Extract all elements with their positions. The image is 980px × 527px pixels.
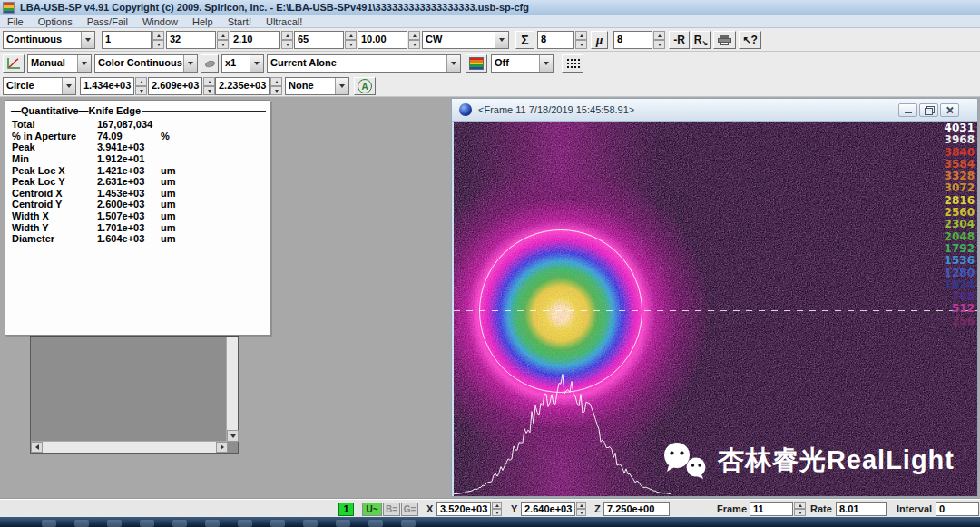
spin-down-icon[interactable] [576,509,586,516]
taskbar-app-icon[interactable] [140,520,154,527]
taskbar-app-icon[interactable] [172,520,187,527]
chevron-down-icon[interactable] [495,32,508,48]
taskbar-app-icon[interactable] [107,520,122,527]
taskbar-app-icon[interactable] [42,520,56,527]
scroll-left-icon[interactable] [31,442,43,453]
auto-aperture-button[interactable]: A [354,77,376,95]
scroll-down-icon[interactable] [227,430,239,442]
spin-up-icon[interactable] [270,77,282,86]
aperture-y-spinner[interactable]: 2.609e+03 [148,77,215,95]
exposure-spinner[interactable]: 10.00 [358,31,420,49]
taskbar-app-icon[interactable] [205,520,220,527]
trigger-mode-select[interactable]: CW [422,31,509,49]
scroll-right-icon[interactable] [216,442,228,453]
spin-down-icon[interactable] [492,509,502,516]
pan-button[interactable] [201,54,219,73]
cursor-mode-select[interactable]: Manual [27,54,92,73]
averages-spinner[interactable]: 1 [102,31,164,49]
chevron-down-icon[interactable] [250,55,263,72]
spin-up-icon[interactable] [653,31,665,40]
menu-item-passfail[interactable]: Pass/Fail [80,16,135,27]
chevron-down-icon[interactable] [335,78,348,94]
reference-subtract-button[interactable]: -R [669,31,690,49]
baseline-status-button[interactable]: B= [383,503,400,516]
menu-item-window[interactable]: Window [135,16,185,27]
spin-down-icon[interactable] [408,40,420,49]
spin-up-icon[interactable] [345,31,357,40]
spin-up-icon[interactable] [152,31,164,40]
taskbar-app-icon[interactable] [74,520,89,527]
taskbar-app-icon[interactable] [303,520,318,527]
menu-item-ultracal[interactable]: Ultracal! [259,16,309,27]
spin-down-icon[interactable] [653,40,665,49]
interval-field[interactable]: 0 [936,502,979,516]
beam-display[interactable]: 4031396838403584332830722816256023042048… [454,122,977,496]
palette-select[interactable]: Color Continuous [94,54,198,73]
spin-down-icon[interactable] [345,40,357,49]
spin-down-icon[interactable] [270,86,282,95]
title-bar[interactable]: LBA-USB-SP v4.91 Copyright (c) 2009. Spi… [0,0,980,15]
menu-item-help[interactable]: Help [185,16,220,27]
minimize-button[interactable] [898,103,917,117]
drawn-aperture-select[interactable]: None [285,77,349,95]
print-button[interactable] [713,31,736,49]
chevron-down-icon[interactable] [183,55,197,72]
chevron-down-icon[interactable] [81,32,94,48]
matrix-button[interactable] [562,54,583,73]
cursor-y-spinner[interactable]: 2.640e+03 [521,502,586,516]
spin-down-icon[interactable] [152,40,164,49]
aperture-circle[interactable] [479,229,642,393]
aperture-diameter-spinner[interactable]: 2.235e+03 [215,77,282,95]
chevron-down-icon[interactable] [77,55,91,72]
spin-up-icon[interactable] [576,502,586,509]
spin-up-icon[interactable] [217,31,229,40]
menu-item-start[interactable]: Start! [220,16,259,27]
frame-title-bar[interactable]: <Frame 11 7/18/2019 15:45:58.91> [452,99,977,122]
frame-display-select[interactable]: Current Alone [267,54,461,73]
acquisition-mode-select[interactable]: Continuous [3,31,95,49]
taskbar-app-icon[interactable] [336,520,350,527]
spin-up-icon[interactable] [575,31,587,40]
sigma-frames-spinner[interactable]: 8 [537,31,587,49]
taskbar-app-icon[interactable] [238,520,252,527]
crosshair-horizontal[interactable] [454,310,977,311]
context-help-button[interactable]: ↖? [739,31,761,49]
restore-button[interactable] [919,103,938,117]
setpoint-spinner[interactable]: 65 [294,31,357,49]
chevron-down-icon[interactable] [539,55,553,72]
taskbar-app-icon[interactable] [270,520,285,527]
menu-item-file[interactable]: File [0,16,31,27]
frame-number-spinner[interactable]: 11 [750,502,806,516]
summing-spinner[interactable]: 32 [166,31,229,49]
gain-status-button[interactable]: G= [401,503,418,516]
spin-down-icon[interactable] [281,40,293,49]
spin-up-icon[interactable] [492,502,502,509]
mu-button[interactable]: µ [591,31,608,49]
spin-up-icon[interactable] [408,31,420,40]
taskbar-app-icon[interactable] [401,520,416,527]
vertical-scrollbar[interactable] [226,337,238,442]
spin-up-icon[interactable] [203,77,215,86]
ultracal-status-button[interactable]: U~ [362,503,382,516]
spin-down-icon[interactable] [203,86,215,95]
taskbar-app-icon[interactable] [368,520,383,527]
cursor-z-field[interactable]: 7.250e+00 [603,502,670,516]
gain-spinner[interactable]: 2.10 [230,31,293,49]
spin-up-icon[interactable] [281,31,293,40]
chevron-down-icon[interactable] [62,78,75,94]
horizontal-scrollbar[interactable] [31,441,228,453]
rate-field[interactable]: 8.01 [836,502,887,516]
reference-set-button[interactable]: R↘ [691,31,710,49]
cursor-x-spinner[interactable]: 3.520e+03 [436,502,502,516]
aperture-shape-select[interactable]: Circle [3,77,76,95]
spin-down-icon[interactable] [575,40,587,49]
sigma-button[interactable]: Σ [515,31,534,49]
windows-taskbar[interactable] [0,517,980,527]
mu-frames-spinner[interactable]: 8 [613,31,665,49]
aperture-x-spinner[interactable]: 1.434e+03 [80,77,147,95]
grid-select[interactable]: Off [491,54,554,73]
spin-down-icon[interactable] [794,509,806,516]
knife-edge-profile-button[interactable] [3,54,24,73]
chevron-down-icon[interactable] [446,55,460,72]
spin-up-icon[interactable] [135,77,147,86]
